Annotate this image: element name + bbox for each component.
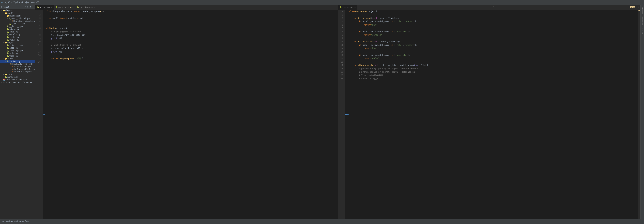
tree-item[interactable]: ▾ 📁 day05 bbox=[0, 41, 35, 44]
py-icon: 🐍 bbox=[9, 17, 12, 20]
tree-item[interactable]: 🐍 apps.py bbox=[0, 30, 35, 33]
collapse-icon[interactable]: ∨ bbox=[638, 6, 639, 8]
tab-models-icon: 🐍 bbox=[56, 6, 58, 8]
tree-label: apps.py bbox=[10, 31, 18, 33]
tree-item[interactable]: m db_for_read(self, mod bbox=[0, 68, 35, 70]
tree-item[interactable]: 🐍 wsgi.py bbox=[0, 55, 35, 57]
line-num-2: 2 bbox=[36, 13, 42, 16]
tab-router-close[interactable]: ✕ bbox=[354, 6, 356, 8]
line-num-7: 7 bbox=[36, 30, 42, 33]
line-num-4: 4 bbox=[36, 20, 42, 23]
tree-item[interactable]: ▶ 📁 venv bbox=[0, 73, 35, 76]
right-line-numbers: 1 2 3 4 5 6 7 8 9 10 11 12 13 14 15 16 1 bbox=[338, 10, 346, 219]
left-editor-content: 1 2 3 4 5 6 7 8 9 10 11 12 13 14 15 16 bbox=[36, 10, 338, 219]
rcl-16 bbox=[349, 60, 638, 64]
rcl-21: # False -> 不生成 bbox=[349, 77, 638, 80]
right-tab-menu-button[interactable]: ⋮ bbox=[491, 6, 496, 8]
line-num-14: 14 bbox=[36, 53, 42, 57]
collapse-all-icon[interactable]: ≡ bbox=[24, 5, 26, 8]
rcl-11: if model._meta.model_name in ["role", 'd… bbox=[349, 43, 638, 47]
tree-item[interactable]: 🐍 __init__.py bbox=[0, 44, 35, 47]
tab-menu-button[interactable]: ⋮ bbox=[332, 6, 338, 8]
tab-views-label: views.py bbox=[40, 6, 50, 8]
rln-5: 5 bbox=[338, 23, 344, 27]
py-icon: 🐍 bbox=[9, 23, 12, 25]
py-icon: 🐍 bbox=[7, 60, 10, 63]
expand-icon[interactable]: ∧ bbox=[636, 6, 637, 8]
more-icon[interactable]: ⋯ bbox=[32, 5, 34, 8]
tree-item[interactable]: 🐍 urls.py bbox=[0, 52, 35, 55]
tree-arrow: ▾ bbox=[3, 58, 5, 60]
tree-arrow: ▶ bbox=[3, 74, 5, 75]
line-num-11: 11 bbox=[36, 43, 42, 47]
tree-label-router: router.py bbox=[10, 60, 20, 63]
py-icon: 🐍 bbox=[7, 52, 10, 54]
tree-item[interactable]: ▶ ✏ Scratches and Consoles bbox=[0, 81, 35, 84]
tree-item[interactable]: ▾ 📁 day05 bbox=[0, 9, 35, 12]
database-panel-tab[interactable]: Database bbox=[641, 5, 644, 15]
tree-item[interactable]: 🐍 tests.py bbox=[0, 36, 35, 38]
sciview-panel-tab[interactable]: SciView bbox=[641, 26, 644, 34]
modified-indicator: ● bbox=[70, 6, 72, 8]
line-num-9: 9 bbox=[36, 37, 42, 40]
right-scrollbar-gutter bbox=[638, 10, 640, 219]
tab-settings[interactable]: 🐍 settings.py ✕ bbox=[75, 5, 98, 10]
tree-label: tests.py bbox=[10, 36, 19, 38]
tree-arrow: ▶ bbox=[1, 82, 3, 83]
tab-settings-label: settings.py bbox=[80, 6, 93, 8]
tree-label: 0001_initial.py bbox=[12, 17, 30, 20]
breadcrumb-day05: day05 ~/PycharmProjects/day05 bbox=[4, 1, 39, 3]
title-bar-left: ◆ day05 ~/PycharmProjects/day05 bbox=[1, 1, 39, 3]
tab-models[interactable]: 🐍 models.py ● ✕ bbox=[54, 5, 75, 10]
layout-icon[interactable]: ⊞ bbox=[30, 5, 31, 8]
code-line-1: from django.shortcuts import render, Htt… bbox=[46, 10, 338, 13]
tree-item[interactable]: 🐍 models.py bbox=[0, 33, 35, 36]
tree-item[interactable]: 🐍 views.py bbox=[0, 38, 35, 41]
tree-label: allow_migrate(self, db bbox=[14, 66, 36, 68]
line-num-13: 13 bbox=[36, 50, 42, 53]
right-code-lines[interactable]: class DemoRouter(object): def db_for_rea… bbox=[348, 10, 638, 219]
tree-item[interactable]: 🐍 manage.py bbox=[0, 76, 35, 78]
rcl-18: # python manage.py migrate app01 --datab… bbox=[349, 67, 638, 70]
tree-label: day05 bbox=[6, 9, 12, 12]
rcl-10: def db_for_write(self, model, **hints): bbox=[349, 40, 638, 43]
tab-views-close[interactable]: ✕ bbox=[51, 6, 52, 8]
tree-item[interactable]: ▾ 📁 utils bbox=[0, 57, 35, 60]
tree-item[interactable]: 🐍 admin.py bbox=[0, 28, 35, 30]
tree-item[interactable]: 🐍 __init__.py bbox=[0, 25, 35, 28]
rcl-4: if model._meta.model_name in ["role", 'd… bbox=[349, 20, 638, 23]
rcl-14: if model._meta.model_name in ["userinfo"… bbox=[349, 53, 638, 57]
tree-item[interactable]: ▾ 📁 migrations bbox=[0, 14, 35, 17]
tree-item[interactable]: 🐍 asgi.py bbox=[0, 47, 35, 49]
tab-models-label: models.py bbox=[58, 6, 70, 8]
left-tab-bar: 🐍 views.py ✕ 🐍 models.py ● ✕ 🐍 settings.… bbox=[36, 5, 338, 10]
tree-item[interactable]: ▶ 📚 External Libraries bbox=[0, 78, 35, 81]
tab-views[interactable]: 🐍 views.py ✕ bbox=[36, 5, 54, 10]
rcl-9 bbox=[349, 37, 638, 40]
py-icon: 🐍 bbox=[7, 33, 10, 36]
tab-models-close[interactable]: ✕ bbox=[72, 6, 74, 8]
settings-icon[interactable]: ⚙ bbox=[27, 5, 29, 8]
tree-item[interactable]: m allow_migrate(self, db bbox=[0, 65, 35, 68]
code-line-9: print(v1) bbox=[46, 37, 338, 40]
rcl-5: return "bak" bbox=[349, 23, 638, 27]
tab-settings-close[interactable]: ✕ bbox=[94, 6, 95, 8]
tree-label: manage.py bbox=[8, 76, 18, 78]
tab-router[interactable]: 🐍 router.py ✕ bbox=[338, 5, 358, 10]
tree-item[interactable]: 🐍 __init__.py bbox=[0, 22, 35, 25]
tree-item[interactable]: 🐍 settings.py bbox=[0, 49, 35, 52]
tree-item[interactable]: ▾ 🐍 router.py bbox=[0, 60, 35, 63]
structure-panel-tab[interactable]: Structure bbox=[641, 15, 644, 25]
tree-item[interactable]: m db_for_write(self, mo bbox=[0, 70, 35, 73]
code-line-13: print(v2) bbox=[46, 50, 338, 53]
tree-item[interactable]: ▾ 📁 app01 bbox=[0, 12, 35, 14]
rln-16: 16 bbox=[338, 60, 344, 64]
line-num-1: 1 bbox=[36, 10, 42, 13]
tree-item[interactable]: C Migration(migrations.M bbox=[0, 20, 35, 22]
tab-views-icon: 🐍 bbox=[37, 6, 39, 8]
tree-label: models.py bbox=[10, 33, 20, 36]
py-icon: 🐍 bbox=[7, 25, 10, 28]
left-code-lines[interactable]: from django.shortcuts import render, Htt… bbox=[46, 10, 338, 219]
tree-item[interactable]: ▾ C DemoRouter(object) bbox=[0, 63, 35, 65]
tree-item[interactable]: ▾ 🐍 0001_initial.py bbox=[0, 17, 35, 20]
